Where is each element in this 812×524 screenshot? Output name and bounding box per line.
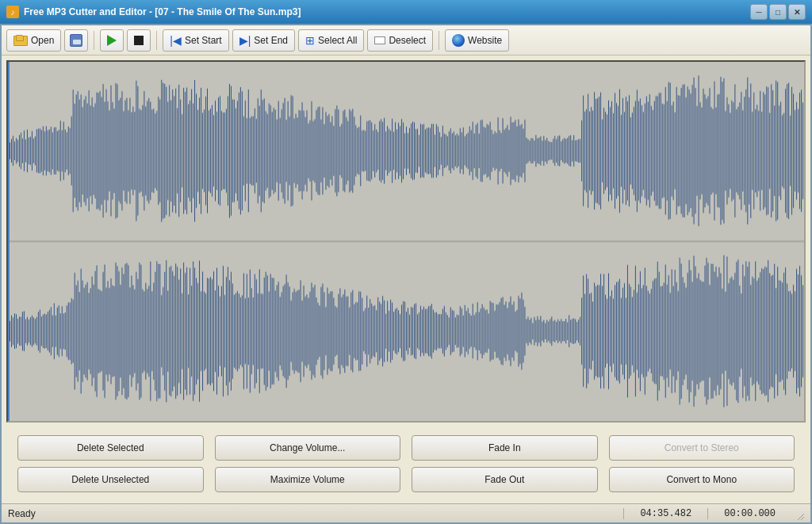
time-total: 04:35.482 — [623, 508, 707, 519]
separator-1 — [94, 31, 94, 50]
open-label: Open — [31, 35, 54, 46]
title-bar-left: ♪ Free MP3 Cutter and Editor - [07 - The… — [6, 6, 301, 18]
save-icon — [70, 34, 82, 47]
main-window: Open |◀ Set Start ▶| Set End ⊞ Select Al… — [0, 24, 812, 524]
set-end-label: Set End — [254, 35, 288, 46]
window-title: Free MP3 Cutter and Editor - [07 - The S… — [24, 6, 301, 17]
select-all-icon: ⊞ — [305, 34, 315, 47]
fade-out-button[interactable]: Fade Out — [412, 467, 598, 492]
open-icon — [13, 35, 28, 46]
maximize-button[interactable]: □ — [769, 4, 787, 20]
select-all-label: Select All — [318, 35, 357, 46]
delete-selected-button[interactable]: Delete Selected — [17, 435, 204, 461]
stop-icon — [134, 36, 144, 45]
fade-in-button[interactable]: Fade In — [412, 435, 598, 461]
change-volume-button[interactable]: Change Volume... — [215, 435, 401, 461]
stop-button[interactable] — [127, 29, 151, 52]
set-start-label: Set Start — [185, 35, 222, 46]
deselect-icon — [374, 36, 385, 44]
toolbar: Open |◀ Set Start ▶| Set End ⊞ Select Al… — [2, 25, 810, 55]
select-all-button[interactable]: ⊞ Select All — [298, 29, 364, 52]
set-start-icon: |◀ — [170, 34, 182, 47]
waveform-container[interactable] — [6, 60, 806, 423]
save-button[interactable] — [64, 29, 88, 52]
set-end-icon: ▶| — [239, 34, 251, 47]
convert-to-mono-button[interactable]: Convert to Mono — [609, 467, 795, 492]
close-button[interactable]: ✕ — [788, 4, 806, 20]
svg-line-1 — [801, 517, 804, 520]
grip-icon — [795, 511, 804, 520]
website-icon — [452, 34, 465, 47]
title-bar: ♪ Free MP3 Cutter and Editor - [07 - The… — [0, 0, 812, 24]
resize-grip — [791, 507, 804, 520]
waveform-canvas[interactable] — [8, 62, 804, 421]
set-start-button[interactable]: |◀ Set Start — [163, 29, 228, 52]
maximize-volume-button[interactable]: Maximize Volume — [215, 467, 401, 492]
separator-3 — [439, 31, 439, 50]
status-time: 04:35.482 00:00.000 — [623, 508, 791, 519]
deselect-button[interactable]: Deselect — [367, 29, 433, 52]
status-bar: Ready 04:35.482 00:00.000 — [2, 503, 810, 522]
buttons-area: Delete Selected Change Volume... Fade In… — [2, 427, 810, 503]
minimize-button[interactable]: ─ — [750, 4, 768, 20]
convert-to-stereo-button[interactable]: Convert to Stereo — [609, 435, 795, 461]
play-button[interactable] — [100, 29, 124, 52]
set-end-button[interactable]: ▶| Set End — [232, 29, 295, 52]
website-label: Website — [468, 35, 502, 46]
status-text: Ready — [8, 508, 623, 519]
svg-line-0 — [798, 514, 804, 520]
website-button[interactable]: Website — [445, 29, 509, 52]
app-icon: ♪ — [6, 6, 19, 18]
play-icon — [107, 35, 117, 46]
title-bar-buttons: ─ □ ✕ — [750, 4, 806, 20]
open-button[interactable]: Open — [6, 29, 61, 52]
delete-unselected-button[interactable]: Delete Unselected — [17, 467, 204, 492]
deselect-label: Deselect — [389, 35, 426, 46]
separator-2 — [156, 31, 157, 50]
time-position: 00:00.000 — [707, 508, 791, 519]
